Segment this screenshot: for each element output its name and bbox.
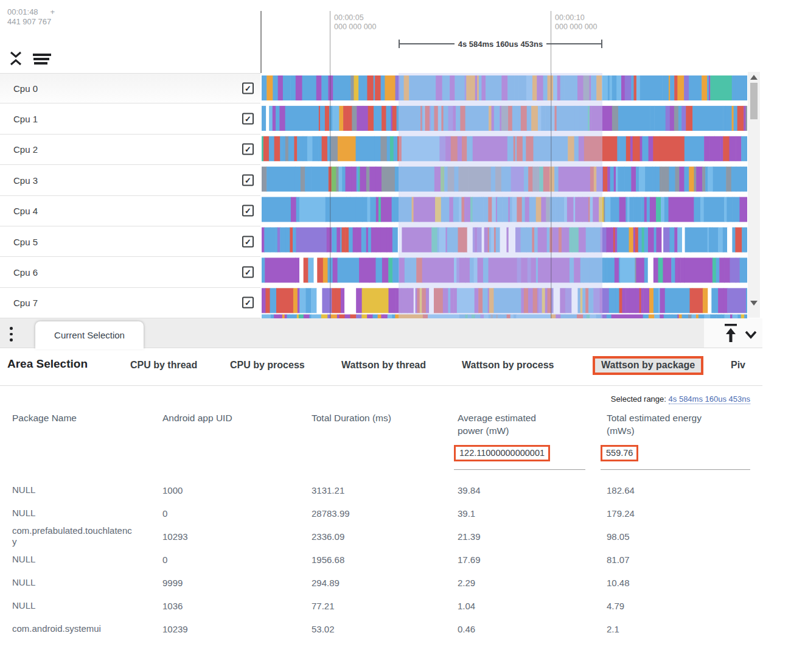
column-header[interactable]: Total Duration (ms) — [312, 411, 391, 424]
collapse-panel-chevron-icon[interactable] — [744, 327, 758, 341]
column-header[interactable]: Package Name — [12, 411, 77, 424]
table-cell: 39.84 — [458, 485, 607, 495]
scrollbar-up-icon[interactable] — [750, 75, 758, 80]
table-cell: 4.79 — [607, 601, 767, 611]
cell-value: 2.29 — [458, 578, 475, 588]
table-cell: NULL — [12, 508, 162, 519]
panel-tab-wattson-by-thread[interactable]: Wattson by thread — [341, 360, 426, 371]
summary-cell-avg-power: 122.11000000000001 — [454, 444, 585, 470]
track-label: Cpu 6 — [13, 267, 38, 278]
cell-value: 9999 — [162, 578, 183, 588]
track-label: Cpu 7 — [13, 298, 38, 308]
table-cell: 2.29 — [458, 578, 607, 588]
table-cell: 9999 — [162, 578, 312, 588]
table-cell: com.android.systemui — [12, 623, 162, 634]
cell-value: 1000 — [162, 485, 183, 495]
column-header[interactable]: Android app UID — [162, 411, 232, 424]
cell-value: 17.69 — [458, 555, 481, 565]
table-row[interactable]: NULL01956.6817.6981.07 — [0, 548, 767, 571]
cell-value: NULL — [12, 508, 35, 519]
summary-total-energy-value: 559.76 — [601, 445, 638, 461]
table-row[interactable]: com.prefabulated.touchlatency102932336.0… — [0, 525, 767, 548]
table-cell: 10293 — [162, 531, 312, 542]
cell-value: com.prefabulated.touchlatency — [12, 525, 134, 547]
table-row[interactable]: com.android.systemui1023953.020.462.1 — [0, 617, 767, 640]
scrollbar-down-icon[interactable] — [750, 301, 758, 306]
table-cell: 10239 — [162, 624, 312, 634]
cell-value: 0 — [162, 555, 167, 565]
cell-value: NULL — [12, 554, 35, 565]
table-cell: 294.89 — [312, 578, 458, 588]
tracks-scrollbar[interactable] — [748, 72, 760, 318]
cell-value: 2336.09 — [312, 531, 344, 542]
table-cell: 81.07 — [607, 555, 767, 565]
panel-tab-wattson-by-package[interactable]: Wattson by package — [593, 356, 703, 375]
summary-avg-power-value: 122.11000000000001 — [454, 445, 550, 461]
cell-value: 98.05 — [607, 531, 630, 542]
panel-tab-piv[interactable]: Piv — [731, 360, 745, 371]
timeline-start-boundary — [260, 11, 262, 73]
track-label: Cpu 4 — [13, 206, 38, 216]
selected-range-note: Selected range: 4s 584ms 160us 453ns — [611, 394, 750, 404]
collapse-tracks-icon[interactable] — [9, 50, 23, 67]
expand-panel-icon[interactable] — [723, 323, 739, 343]
cell-value: 1956.68 — [312, 555, 344, 565]
cell-value: 2.1 — [607, 624, 619, 634]
track-checkbox[interactable]: ✓ — [242, 144, 254, 155]
panel-tab-wattson-by-process[interactable]: Wattson by process — [462, 360, 554, 371]
cell-value: 3131.21 — [312, 485, 344, 495]
track-label: Cpu 5 — [13, 236, 38, 247]
panel-tab-cpu-by-process[interactable]: CPU by process — [230, 360, 305, 371]
track-checkbox[interactable]: ✓ — [242, 205, 254, 217]
track-row-cpu-3[interactable]: Cpu 3✓ — [0, 165, 260, 195]
track-checkbox[interactable]: ✓ — [242, 236, 254, 247]
track-checkbox[interactable]: ✓ — [242, 83, 254, 94]
track-row-cpu-7[interactable]: Cpu 7✓ — [0, 288, 260, 318]
track-row-cpu-5[interactable]: Cpu 5✓ — [0, 226, 260, 257]
track-label: Cpu 2 — [13, 144, 38, 155]
column-header[interactable]: Total estimated energy (mWs) — [607, 411, 711, 437]
track-checkbox[interactable]: ✓ — [242, 174, 254, 186]
table-cell: 17.69 — [458, 555, 607, 565]
table-cell: NULL — [12, 577, 162, 588]
table-cell: com.prefabulated.touchlatency — [12, 525, 162, 547]
table-row[interactable]: NULL9999294.892.2910.48 — [0, 571, 767, 594]
table-row[interactable]: NULL10003131.2139.84182.64 — [0, 478, 767, 502]
panel-tab-cpu-by-thread[interactable]: CPU by thread — [130, 360, 197, 371]
table-cell: 0 — [162, 508, 312, 519]
track-row-cpu-1[interactable]: Cpu 1✓ — [0, 103, 260, 134]
ruler-tick-label-5s: 00:00:05000 000 000 — [334, 13, 377, 32]
table-cell: NULL — [12, 600, 162, 611]
table-row[interactable]: NULL028783.9939.1179.24 — [0, 502, 767, 525]
table-cell: 2.1 — [607, 624, 767, 634]
column-header[interactable]: Average estimated power (mW) — [458, 411, 550, 437]
panel-divider — [0, 385, 762, 386]
selected-range-link[interactable]: 4s 584ms 160us 453ns — [669, 394, 750, 404]
kebab-menu-icon[interactable] — [10, 327, 13, 345]
track-row-cpu-4[interactable]: Cpu 4✓ — [0, 196, 260, 226]
scrollbar-thumb[interactable] — [750, 83, 758, 119]
table-cell: 39.1 — [458, 508, 607, 519]
tab-current-selection[interactable]: Current Selection — [35, 321, 144, 348]
table-cell: 1000 — [162, 485, 312, 495]
cell-value: 0 — [162, 508, 167, 519]
cell-value: 53.02 — [312, 624, 335, 634]
track-checkbox[interactable]: ✓ — [242, 267, 254, 278]
table-row[interactable]: NULL103677.211.044.79 — [0, 594, 767, 617]
track-checkbox[interactable]: ✓ — [242, 297, 254, 309]
table-cell: 1036 — [162, 601, 312, 611]
cell-value: 10.48 — [607, 578, 630, 588]
sort-tracks-icon[interactable] — [33, 54, 52, 65]
timeline-origin-timestamp: 00:01:48+ 441 907 767 — [7, 7, 55, 27]
track-checkbox[interactable]: ✓ — [242, 113, 254, 125]
table-cell: 1956.68 — [312, 555, 458, 565]
cell-value: 39.84 — [458, 485, 481, 495]
track-row-cpu-2[interactable]: Cpu 2✓ — [0, 135, 260, 165]
cell-value: 179.24 — [607, 508, 635, 519]
track-row-cpu-0[interactable]: Cpu 0✓ — [0, 73, 260, 103]
selection-duration-bracket: 4s 584ms 160us 453ns — [399, 39, 602, 49]
cpu-tracks-canvas[interactable] — [262, 73, 747, 318]
track-row-cpu-6[interactable]: Cpu 6✓ — [0, 257, 260, 287]
origin-plus-sign: + — [51, 7, 55, 16]
cell-value: 28783.99 — [312, 508, 350, 519]
